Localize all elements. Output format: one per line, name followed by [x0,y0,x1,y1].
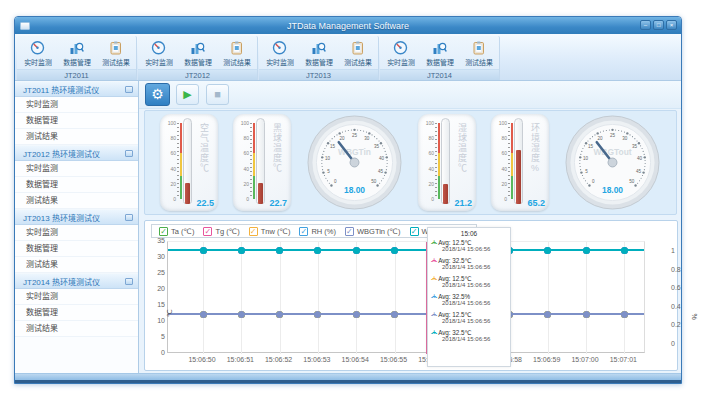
ribbon-button[interactable]: 数据管理 [58,40,95,67]
settings-gear-button[interactable]: ⚙ [145,83,170,106]
stop-button[interactable]: ■ [206,84,229,105]
sidebar-item[interactable]: 测试结果 [15,257,138,273]
ribbon-button[interactable]: 数据管理 [179,40,216,67]
gauge-dial-number: 35 [374,144,380,149]
data-point [583,247,590,254]
legend-checkbox[interactable]: ✓ [203,227,212,236]
thermometer-color-scale [511,123,513,199]
sidebar-item[interactable]: 实时监测 [15,289,138,305]
data-point [391,311,398,318]
sidebar-group-header[interactable]: JT2012 热环境测试仪 [15,145,138,161]
y-axis-tick-left: 15 [147,301,165,308]
expand-icon[interactable] [125,150,133,157]
thermometer-tick-label: 0 [236,196,249,202]
data-point [353,247,360,254]
cursor-panel-entry: -+-Avg: 12.5℃2018/1/4 15:06:56 [431,311,507,324]
sidebar-group-header[interactable]: JT2011 热环境测试仪 [15,81,138,97]
sidebar-item[interactable]: 实时监测 [15,225,138,241]
ribbon-button[interactable]: 实时监测 [140,40,177,67]
thermometer-tick-label: 60 [236,150,249,156]
sidebar-item[interactable]: 数据管理 [15,113,138,129]
sidebar-item[interactable]: 实时监测 [15,161,138,177]
thermometer-tick-label: 100 [236,120,249,126]
ribbon-button[interactable]: 测试结果 [97,40,134,67]
sidebar-group-header[interactable]: JT2013 热环境测试仪 [15,209,138,225]
thermometer-card: 100806040200黑球温度℃22.7 [233,114,291,211]
cursor-panel-entry: -+-Avg: 32.5℃2018/1/4 15:06:56 [431,329,507,342]
data-point [621,311,628,318]
minimize-button[interactable]: – [640,20,651,30]
legend-label: WBGTin (℃) [357,227,401,236]
legend-checkbox[interactable]: ✓ [410,227,419,236]
ribbon-button-label: 实时监测 [387,56,415,66]
thermometer-color-scale [438,123,440,199]
thermometer-value: 22.7 [269,198,287,208]
expand-icon[interactable] [125,278,133,285]
sidebar-item[interactable]: 数据管理 [15,241,138,257]
grid-line [586,242,587,354]
ribbon-button-label: 数据管理 [305,56,333,66]
series-marker-icon: -+- [431,239,436,246]
ribbon-button[interactable]: 测试结果 [339,40,376,67]
cursor-panel-entry: -+-Avg: 12.5℃2018/1/4 15:06:56 [431,275,507,288]
thermometer-value: 65.2 [527,198,545,208]
series-marker-icon: -+- [431,293,436,300]
ribbon-button-label: 实时监测 [24,56,52,66]
series-marker-icon: -+- [431,311,436,318]
grid-line [203,242,204,354]
sidebar-group-title: JT2011 热环境测试仪 [23,84,99,95]
gauge-dial-number: 25 [352,133,358,138]
thermometer-value: 21.2 [454,198,472,208]
legend-checkbox[interactable]: ✓ [249,227,258,236]
thermometer-label: 环境湿度% [529,123,542,174]
data-chart-icon [432,40,447,55]
report-icon [471,40,486,55]
gauge-dial-number: 40 [379,156,385,161]
sidebar-item[interactable]: 测试结果 [15,129,138,145]
thermometer-card: 100806040200环境湿度%65.2 [491,114,549,211]
start-button[interactable]: ▶ [176,84,199,105]
y-axis-tick-right: 0.2 [671,321,681,328]
maximize-button[interactable]: □ [653,20,664,30]
gauge-dial-number: 10 [325,156,331,161]
gauge-icon [30,40,45,55]
thermometer-tick-marks [177,123,179,199]
sidebar-item[interactable]: 测试结果 [15,321,138,337]
sidebar-item[interactable]: 数据管理 [15,177,138,193]
sidebar-group-header[interactable]: JT2014 热环境测试仪 [15,273,138,289]
y-axis-tick-left: 25 [147,269,165,276]
legend-checkbox[interactable]: ✓ [345,227,354,236]
ribbon-button[interactable]: 测试结果 [218,40,255,67]
sidebar-item[interactable]: 数据管理 [15,305,138,321]
expand-icon[interactable] [125,86,133,93]
ribbon-button[interactable]: 实时监测 [261,40,298,67]
ribbon-button[interactable]: 数据管理 [300,40,337,67]
y-axis-tick-right: 0.6 [671,284,681,291]
ribbon-button[interactable]: 实时监测 [382,40,419,67]
expand-icon[interactable] [125,214,133,221]
data-point [621,247,628,254]
legend-item: ✓RH (%) [299,227,336,236]
thermometer-tick-label: 0 [494,196,507,202]
sidebar-item[interactable]: 实时监测 [15,97,138,113]
thermometer-tick-label: 40 [163,166,176,172]
data-chart-icon [190,40,205,55]
legend-checkbox[interactable]: ✓ [159,227,168,236]
gauge-dial-number: 45 [378,169,384,174]
legend-checkbox[interactable]: ✓ [299,227,308,236]
ribbon-button[interactable]: 实时监测 [19,40,56,67]
legend-item: ✓Tnw (℃) [249,227,291,236]
gauge-dial-number: 25 [610,133,616,138]
data-chart-icon [311,40,326,55]
cursor-timestamp: 2018/1/4 15:06:56 [442,246,507,252]
thermometer-color-scale [253,123,255,199]
close-button[interactable]: × [666,20,677,30]
y-axis-tick-right: 0 [671,340,675,347]
ribbon-button[interactable]: 测试结果 [460,40,497,67]
cursor-tooltip-panel: 15:06 -+-Avg: 12.5℃2018/1/4 15:06:56-+-A… [427,227,511,367]
sidebar-item[interactable]: 测试结果 [15,193,138,209]
thermometer-tick-label: 40 [236,166,249,172]
report-icon [108,40,123,55]
ribbon-button[interactable]: 数据管理 [421,40,458,67]
thermometer-tick-marks [250,123,252,199]
